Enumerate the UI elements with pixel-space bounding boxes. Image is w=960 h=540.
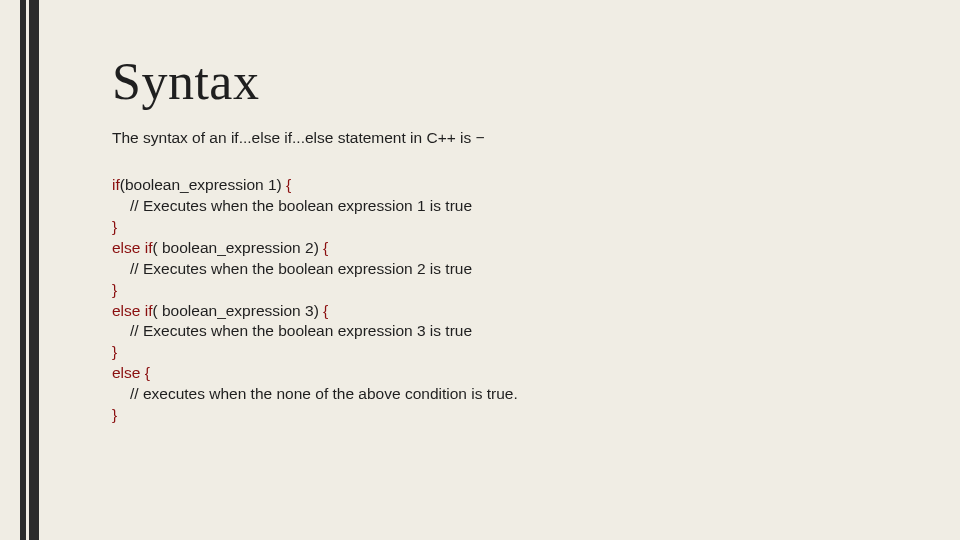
brace-open: { bbox=[319, 302, 328, 319]
brace-close: } bbox=[112, 343, 117, 360]
brace-close: } bbox=[112, 218, 117, 235]
code-text: ( boolean_expression 2) bbox=[153, 239, 319, 256]
code-comment: // Executes when the boolean expression … bbox=[130, 322, 472, 339]
slide: Syntax The syntax of an if...else if...e… bbox=[0, 0, 960, 540]
code-comment: // Executes when the boolean expression … bbox=[130, 260, 472, 277]
kw-if: if bbox=[112, 176, 120, 193]
kw-else: else bbox=[112, 364, 140, 381]
code-comment: // executes when the none of the above c… bbox=[130, 385, 518, 402]
accent-stripe-thick bbox=[29, 0, 39, 540]
code-comment: // Executes when the boolean expression … bbox=[130, 197, 472, 214]
brace-open: { bbox=[319, 239, 328, 256]
accent-stripe-thin bbox=[20, 0, 26, 540]
brace-close: } bbox=[112, 406, 117, 423]
kw-else-if: else if bbox=[112, 239, 153, 256]
brace-open: { bbox=[282, 176, 291, 193]
slide-title: Syntax bbox=[112, 52, 900, 111]
slide-content: Syntax The syntax of an if...else if...e… bbox=[112, 52, 900, 426]
code-text: ( boolean_expression 3) bbox=[153, 302, 319, 319]
code-text: (boolean_expression 1) bbox=[120, 176, 282, 193]
kw-else-if: else if bbox=[112, 302, 153, 319]
brace-close: } bbox=[112, 281, 117, 298]
code-block: if(boolean_expression 1) { // Executes w… bbox=[112, 175, 900, 426]
intro-paragraph: The syntax of an if...else if...else sta… bbox=[112, 129, 900, 147]
brace-open: { bbox=[140, 364, 149, 381]
